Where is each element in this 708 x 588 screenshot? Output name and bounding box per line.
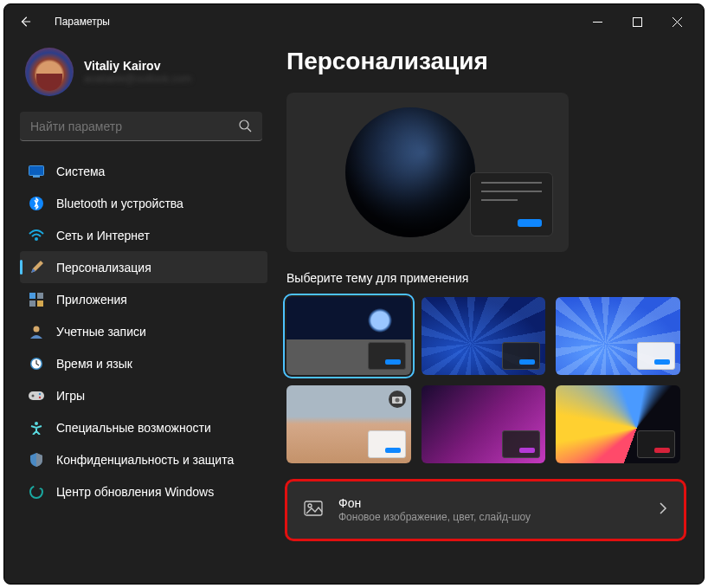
content-area: Vitaliy Kairov available@outlook.com Сис… xyxy=(4,39,704,584)
maximize-button[interactable] xyxy=(617,8,657,36)
nav-list: Система Bluetooth и устройства Сеть и Ин… xyxy=(20,155,267,507)
nav-system[interactable]: Система xyxy=(20,155,267,187)
nav-label: Персонализация xyxy=(56,261,151,275)
nav-apps[interactable]: Приложения xyxy=(20,283,267,315)
svg-rect-9 xyxy=(37,300,43,307)
titlebar: Параметры xyxy=(4,4,704,39)
settings-window: Параметры Vitaliy Kairov available@outlo… xyxy=(3,3,705,585)
maximize-icon xyxy=(633,17,642,27)
svg-point-18 xyxy=(30,486,42,498)
nav-privacy[interactable]: Конфиденциальность и защита xyxy=(20,443,267,475)
chevron-right-icon xyxy=(659,502,667,518)
nav-gaming[interactable]: Игры xyxy=(20,379,267,411)
nav-bluetooth[interactable]: Bluetooth и устройства xyxy=(20,187,267,219)
nav-personalization[interactable]: Персонализация xyxy=(20,251,267,283)
wifi-icon xyxy=(29,228,44,243)
minimize-button[interactable] xyxy=(577,8,617,36)
nav-label: Время и язык xyxy=(56,357,132,371)
search-icon xyxy=(238,119,252,136)
shield-icon xyxy=(29,452,44,468)
svg-point-10 xyxy=(34,326,40,332)
nav-label: Конфиденциальность и защита xyxy=(56,453,234,467)
nav-label: Приложения xyxy=(56,293,127,307)
nav-label: Специальные возможности xyxy=(56,421,211,435)
profile-block[interactable]: Vitaliy Kairov available@outlook.com xyxy=(20,48,267,96)
accessibility-icon xyxy=(29,420,44,436)
nav-label: Центр обновления Windows xyxy=(56,485,214,499)
apps-icon xyxy=(29,292,44,307)
svg-rect-13 xyxy=(29,391,44,400)
main-panel: Персонализация Выберите тему для примене… xyxy=(273,39,704,584)
nav-update[interactable]: Центр обновления Windows xyxy=(20,475,267,507)
row-title: Фон xyxy=(338,496,643,510)
arrow-left-icon xyxy=(19,16,31,28)
close-icon xyxy=(673,17,682,27)
account-icon xyxy=(29,324,44,339)
close-button[interactable] xyxy=(657,8,697,36)
svg-rect-7 xyxy=(37,293,43,299)
svg-rect-3 xyxy=(33,176,40,178)
nav-network[interactable]: Сеть и Интернет xyxy=(20,219,267,251)
nav-time[interactable]: Время и язык xyxy=(20,347,267,379)
svg-point-14 xyxy=(32,394,35,397)
nav-accessibility[interactable]: Специальные возможности xyxy=(20,411,267,443)
profile-email: available@outlook.com xyxy=(84,73,191,85)
image-icon xyxy=(304,501,323,520)
svg-rect-2 xyxy=(29,165,44,175)
desktop-preview[interactable] xyxy=(286,93,569,252)
theme-tile-flow-red[interactable] xyxy=(556,385,680,463)
back-button[interactable] xyxy=(11,8,39,36)
nav-label: Игры xyxy=(56,389,85,403)
bluetooth-icon xyxy=(29,196,44,211)
window-controls xyxy=(577,8,697,36)
svg-point-17 xyxy=(35,422,38,425)
nav-accounts[interactable]: Учетные записи xyxy=(20,315,267,347)
theme-tile-earth-dark[interactable] xyxy=(286,297,411,375)
camera-icon xyxy=(389,391,406,408)
window-preview xyxy=(470,172,553,236)
search-box xyxy=(20,112,262,141)
clock-icon xyxy=(29,356,44,372)
window-title: Параметры xyxy=(55,16,110,28)
page-title: Персонализация xyxy=(286,48,685,75)
svg-point-16 xyxy=(39,396,41,397)
svg-point-15 xyxy=(39,392,41,394)
wallpaper-preview xyxy=(345,107,475,237)
nav-label: Bluetooth и устройства xyxy=(56,197,183,210)
theme-grid xyxy=(286,297,680,463)
sidebar: Vitaliy Kairov available@outlook.com Сис… xyxy=(4,39,273,584)
avatar xyxy=(25,48,74,96)
nav-label: Система xyxy=(56,165,105,178)
svg-point-22 xyxy=(308,504,312,507)
svg-point-20 xyxy=(395,397,399,402)
nav-label: Сеть и Интернет xyxy=(56,229,150,242)
paintbrush-icon xyxy=(29,260,44,275)
svg-point-1 xyxy=(240,120,248,129)
theme-section-label: Выберите тему для применения xyxy=(286,271,685,285)
profile-name: Vitaliy Kairov xyxy=(84,59,191,73)
svg-rect-6 xyxy=(29,293,35,299)
svg-rect-8 xyxy=(29,300,35,307)
search-input[interactable] xyxy=(20,112,262,141)
gamepad-icon xyxy=(29,388,44,404)
background-setting-row[interactable]: Фон Фоновое изображение, цвет, слайд-шоу xyxy=(286,481,685,540)
system-icon xyxy=(29,164,44,179)
theme-tile-glow-purple[interactable] xyxy=(422,385,546,463)
svg-rect-0 xyxy=(633,17,641,26)
nav-label: Учетные записи xyxy=(56,325,146,339)
theme-tile-photo-light[interactable] xyxy=(286,385,411,463)
minimize-icon xyxy=(593,17,602,27)
svg-point-5 xyxy=(35,237,38,241)
theme-tile-bloom-dark[interactable] xyxy=(422,297,546,375)
row-subtitle: Фоновое изображение, цвет, слайд-шоу xyxy=(338,511,643,523)
theme-tile-bloom-light[interactable] xyxy=(556,297,680,375)
update-icon xyxy=(29,484,44,500)
